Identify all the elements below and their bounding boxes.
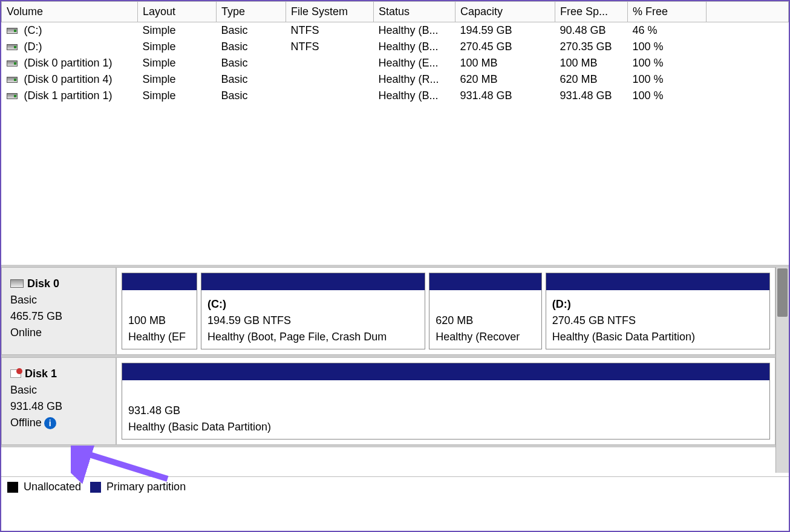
volume-status: Healthy (R... xyxy=(379,73,439,85)
volume-pct: 100 % xyxy=(633,41,664,53)
partition-status: Healthy (Recover xyxy=(436,329,535,345)
volume-icon xyxy=(7,44,18,50)
column-header[interactable]: Free Sp... xyxy=(555,2,628,22)
volume-capacity: 931.48 GB xyxy=(460,89,512,102)
volume-pct: 100 % xyxy=(633,73,664,85)
volume-type: Basic xyxy=(221,24,248,36)
disk-info-panel[interactable]: Disk 1Basic931.48 GBOfflinei xyxy=(1,357,116,445)
volume-layout: Simple xyxy=(143,41,176,53)
column-header[interactable]: Layout xyxy=(138,2,217,22)
partition-color-bar xyxy=(546,273,769,290)
volume-layout: Simple xyxy=(143,89,176,102)
volume-capacity: 620 MB xyxy=(460,73,498,85)
legend-bar: Unallocated Primary partition xyxy=(1,476,789,497)
volume-capacity: 270.45 GB xyxy=(460,41,512,53)
partition-block[interactable]: (C:)194.59 GB NTFSHealthy (Boot, Page Fi… xyxy=(201,273,425,349)
partition-size: 100 MB xyxy=(128,313,191,329)
svg-line-0 xyxy=(80,452,168,479)
partition-block[interactable]: 100 MBHealthy (EF xyxy=(122,273,197,349)
partition-color-bar xyxy=(201,273,425,290)
volume-status: Healthy (B... xyxy=(379,89,439,102)
disk-state: Offline xyxy=(10,417,42,429)
volume-layout: Simple xyxy=(143,24,176,36)
disk-offline-icon xyxy=(10,369,21,378)
volume-table: VolumeLayoutTypeFile SystemStatusCapacit… xyxy=(1,1,789,104)
volume-table-header-row: VolumeLayoutTypeFile SystemStatusCapacit… xyxy=(2,2,789,22)
volume-free: 931.48 GB xyxy=(560,89,612,102)
volume-name: (Disk 1 partition 1) xyxy=(24,89,113,102)
partition-block[interactable]: 620 MBHealthy (Recover xyxy=(429,273,542,349)
column-header[interactable]: % Free xyxy=(628,2,707,22)
partition-status: Healthy (Basic Data Partition) xyxy=(552,329,763,345)
partition-size: 270.45 GB NTFS xyxy=(552,313,763,329)
disk-state: Online xyxy=(10,326,42,339)
disk-info-panel[interactable]: Disk 0Basic465.75 GBOnline xyxy=(1,267,116,355)
partition-block[interactable]: 931.48 GBHealthy (Basic Data Partition) xyxy=(122,363,770,440)
volume-name: (D:) xyxy=(24,41,42,53)
disk-capacity: 931.48 GB xyxy=(10,398,109,415)
partition-color-bar xyxy=(122,273,197,290)
column-header[interactable]: File System xyxy=(286,2,374,22)
volume-type: Basic xyxy=(221,89,248,102)
legend-swatch-unallocated xyxy=(7,482,18,493)
disk-row: Disk 0Basic465.75 GBOnline 100 MBHealthy… xyxy=(1,267,789,357)
legend-label-primary: Primary partition xyxy=(106,481,186,493)
partition-block[interactable]: (D:)270.45 GB NTFSHealthy (Basic Data Pa… xyxy=(546,273,770,349)
disk-type: Basic xyxy=(10,292,109,308)
disk-capacity: 465.75 GB xyxy=(10,308,109,325)
volume-icon xyxy=(7,28,18,34)
volume-name: (Disk 0 partition 4) xyxy=(24,73,113,85)
partition-track: 931.48 GBHealthy (Basic Data Partition) xyxy=(116,357,775,445)
table-row[interactable]: (C:)SimpleBasicNTFSHealthy (B...194.59 G… xyxy=(2,22,789,39)
volume-icon xyxy=(7,60,18,66)
volume-pct: 100 % xyxy=(633,89,664,102)
volume-free: 620 MB xyxy=(560,73,598,85)
volume-icon xyxy=(7,77,18,83)
disk-graphical-pane: Disk 0Basic465.75 GBOnline 100 MBHealthy… xyxy=(1,267,789,497)
partition-status: Healthy (Basic Data Partition) xyxy=(128,419,763,435)
disk-name: Disk 0 xyxy=(27,276,59,292)
disk-name: Disk 1 xyxy=(25,366,57,382)
column-header[interactable]: Type xyxy=(217,2,286,22)
table-row[interactable]: (Disk 0 partition 4)SimpleBasicHealthy (… xyxy=(2,71,789,88)
volume-capacity: 194.59 GB xyxy=(460,24,512,36)
volume-name: (C:) xyxy=(24,24,42,36)
partition-size: 194.59 GB NTFS xyxy=(207,313,419,329)
volume-pct: 46 % xyxy=(633,24,658,36)
column-header[interactable]: Volume xyxy=(2,2,138,22)
partition-track: 100 MBHealthy (EF(C:)194.59 GB NTFSHealt… xyxy=(116,267,775,355)
table-row[interactable]: (D:)SimpleBasicNTFSHealthy (B...270.45 G… xyxy=(2,39,789,55)
disk-row: Disk 1Basic931.48 GBOfflinei 931.48 GBHe… xyxy=(1,357,789,447)
volume-type: Basic xyxy=(221,57,248,69)
disk-icon xyxy=(10,279,24,288)
legend-label-unallocated: Unallocated xyxy=(24,481,81,493)
partition-label: (D:) xyxy=(552,296,763,313)
partition-label: (C:) xyxy=(207,296,419,313)
volume-status: Healthy (B... xyxy=(379,41,439,53)
disk-type: Basic xyxy=(10,382,109,398)
volume-name: (Disk 0 partition 1) xyxy=(24,57,113,69)
legend-swatch-primary xyxy=(90,482,101,493)
column-header[interactable]: Status xyxy=(374,2,455,22)
volume-list-pane: VolumeLayoutTypeFile SystemStatusCapacit… xyxy=(1,1,789,267)
volume-fs: NTFS xyxy=(291,24,319,36)
volume-layout: Simple xyxy=(143,73,176,85)
volume-free: 100 MB xyxy=(560,57,598,69)
volume-icon xyxy=(7,93,18,99)
volume-type: Basic xyxy=(221,73,248,85)
vertical-scrollbar[interactable] xyxy=(775,267,789,473)
column-header-filler xyxy=(707,2,789,22)
column-header[interactable]: Capacity xyxy=(455,2,555,22)
volume-capacity: 100 MB xyxy=(460,57,498,69)
volume-status: Healthy (B... xyxy=(379,24,439,36)
volume-fs: NTFS xyxy=(291,41,319,53)
info-icon[interactable]: i xyxy=(44,417,56,429)
volume-free: 270.35 GB xyxy=(560,41,612,53)
volume-layout: Simple xyxy=(143,57,176,69)
partition-color-bar xyxy=(429,273,541,290)
volume-type: Basic xyxy=(221,41,248,53)
volume-status: Healthy (E... xyxy=(379,57,439,69)
partition-size: 620 MB xyxy=(436,313,535,329)
table-row[interactable]: (Disk 1 partition 1)SimpleBasicHealthy (… xyxy=(2,88,789,104)
table-row[interactable]: (Disk 0 partition 1)SimpleBasicHealthy (… xyxy=(2,55,789,71)
